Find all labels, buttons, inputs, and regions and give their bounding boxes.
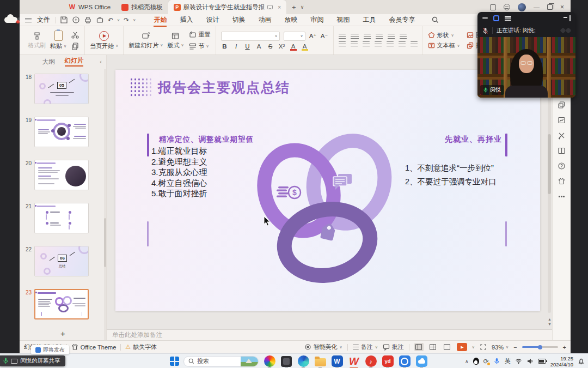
slide-thumbnail-21[interactable]: 21 — [22, 203, 103, 233]
font-size-select[interactable]: ∨ — [284, 32, 305, 41]
beautify-button[interactable]: 智能美化∨ — [304, 343, 342, 351]
text-direction-icon[interactable] — [388, 34, 395, 39]
char-spacing-button[interactable]: A — [255, 43, 263, 50]
taskbar-app-meeting[interactable] — [415, 355, 428, 368]
wifi-icon[interactable] — [515, 358, 522, 365]
sorter-view-button[interactable] — [428, 343, 438, 351]
tab-wps-office[interactable]: W WPS Office — [63, 1, 116, 13]
meeting-video-layout-icon[interactable] — [493, 15, 499, 21]
justify-icon[interactable] — [375, 41, 382, 47]
notification-icon[interactable] — [578, 358, 585, 365]
start-button[interactable] — [170, 357, 179, 366]
reading-layout-icon[interactable] — [558, 147, 566, 155]
workspace-icon[interactable] — [490, 4, 496, 10]
briefcase-icon[interactable] — [96, 16, 104, 24]
smart-typography-icon[interactable] — [411, 41, 418, 47]
collapse-panel-icon[interactable]: ‹ — [100, 58, 102, 65]
right-block-list[interactable]: 1、不刻意追求“一步到位” 2、不要过于强调专业对口 — [405, 161, 497, 189]
taskbar-app-edge[interactable] — [297, 355, 310, 368]
section-button[interactable]: 节 — [199, 42, 205, 50]
print-icon[interactable] — [84, 16, 92, 24]
tray-clock[interactable]: 19:25 2024/4/10 — [550, 355, 573, 367]
copy-icon[interactable] — [71, 42, 79, 51]
underline-button[interactable]: U — [244, 43, 252, 50]
redo-icon[interactable]: ↷ — [124, 16, 129, 24]
theme-button[interactable]: Office Theme — [71, 343, 117, 351]
textbox-button[interactable]: 文本框∨ — [428, 41, 460, 50]
restore-button[interactable] — [547, 4, 553, 10]
fit-window-icon[interactable] — [480, 343, 487, 351]
align-right-icon[interactable] — [363, 41, 370, 47]
tray-mic-icon[interactable] — [493, 358, 500, 365]
taskbar-app-dark[interactable] — [280, 355, 293, 368]
highlight-button[interactable]: A — [301, 43, 309, 50]
zoom-slider[interactable] — [522, 346, 558, 348]
slide-thumbnail-23-selected[interactable]: 23 — [22, 289, 103, 319]
add-slide-button[interactable]: + — [20, 326, 106, 340]
close-button[interactable]: × — [560, 3, 564, 11]
menu-insert[interactable]: 插入 — [173, 14, 199, 26]
comments-button[interactable]: 批注 — [383, 343, 404, 351]
layout-button[interactable]: 版式∨ — [167, 32, 183, 50]
font-color-button[interactable]: A — [290, 43, 297, 50]
tab-docer-templates[interactable]: 找稻壳模板 — [116, 1, 168, 13]
sync-icon[interactable]: ⟳ — [483, 358, 489, 365]
tab-list-chevron[interactable]: ∨ — [301, 4, 304, 10]
normal-view-button[interactable] — [414, 343, 424, 351]
menu-file[interactable]: 文件 — [35, 15, 52, 25]
missing-font-button[interactable]: ⚠ 缺失字体 — [125, 343, 157, 351]
qq-icon[interactable] — [473, 358, 479, 365]
tools-icon[interactable] — [558, 131, 566, 140]
panel-scrollbar[interactable] — [104, 69, 106, 340]
menu-home[interactable]: 开始 — [147, 14, 173, 26]
taskbar-app-music[interactable]: ♪ — [364, 355, 377, 368]
slide-23[interactable]: 报告会主要观点总结 精准定位、调整就业期望值 1.端正就业目标 2.避免理想主义… — [115, 70, 540, 311]
numbered-list-icon[interactable] — [351, 34, 359, 39]
new-slide-button[interactable]: 新建幻灯片∨ — [128, 32, 163, 50]
tray-expand-icon[interactable]: ∧ — [465, 359, 469, 364]
taskbar-app-word[interactable]: W — [330, 355, 344, 368]
taskbar-app-youdao[interactable]: yd — [381, 355, 394, 368]
reading-view-button[interactable] — [443, 343, 452, 351]
menu-transition[interactable]: 切换 — [225, 14, 252, 26]
bullet-list-icon[interactable] — [339, 34, 346, 39]
zoom-value[interactable]: 93%∨ — [492, 344, 509, 351]
slide-thumbnail-22[interactable]: 22 06 总结 — [22, 246, 103, 276]
menu-design[interactable]: 设计 — [199, 14, 225, 26]
right-block-heading[interactable]: 先就业、再择业 — [445, 135, 502, 144]
export-icon[interactable] — [72, 16, 80, 24]
save-icon[interactable] — [60, 16, 68, 24]
taskbar-app-blue1[interactable] — [398, 355, 411, 368]
superscript-button[interactable]: X² — [278, 43, 286, 50]
tab-presentation[interactable]: P 服装设计专业学生就业指导报 × — [168, 0, 286, 14]
screen-share-badge[interactable]: 闵悦的屏幕共享 — [0, 355, 65, 366]
next-slide-icon[interactable]: ▼ — [548, 322, 552, 326]
play-from-current-button[interactable]: ▶ 当页开始∨ — [90, 31, 118, 50]
account-avatar[interactable] — [518, 3, 526, 11]
format-painter-button[interactable]: 格式刷 — [28, 32, 46, 50]
font-name-select[interactable]: ∨ — [221, 32, 280, 41]
taskbar-app-explorer[interactable] — [314, 355, 327, 368]
minimize-button[interactable]: — — [534, 4, 540, 10]
italic-button[interactable]: I — [232, 43, 240, 50]
notes-input[interactable]: 单击此处添加备注 — [107, 329, 552, 340]
menu-tools[interactable]: 工具 — [356, 14, 382, 26]
taskbar-search[interactable]: 搜索 — [183, 356, 259, 367]
decrease-indent-icon[interactable] — [364, 34, 371, 39]
redo-chevron[interactable]: ∨ — [133, 18, 136, 22]
speaker-icon[interactable] — [526, 358, 534, 365]
input-language[interactable]: 英 — [505, 357, 511, 365]
bold-button[interactable]: B — [221, 43, 229, 50]
meeting-list-icon[interactable] — [505, 16, 511, 21]
slide-thumbnail-20[interactable]: 20 — [22, 160, 103, 190]
panes-icon[interactable] — [558, 101, 566, 109]
slideshow-chevron[interactable]: ∨ — [472, 345, 475, 349]
taskbar-app-photos[interactable] — [263, 355, 276, 368]
skin-settings-icon[interactable] — [504, 4, 510, 10]
more-icon[interactable] — [558, 192, 566, 201]
undo-chevron[interactable]: ∨ — [117, 18, 120, 22]
mic-muted-icon[interactable] — [482, 27, 488, 34]
new-tab-button[interactable]: + — [292, 3, 296, 11]
menu-review[interactable]: 审阅 — [304, 14, 330, 26]
chart-edit-icon[interactable] — [558, 116, 566, 124]
